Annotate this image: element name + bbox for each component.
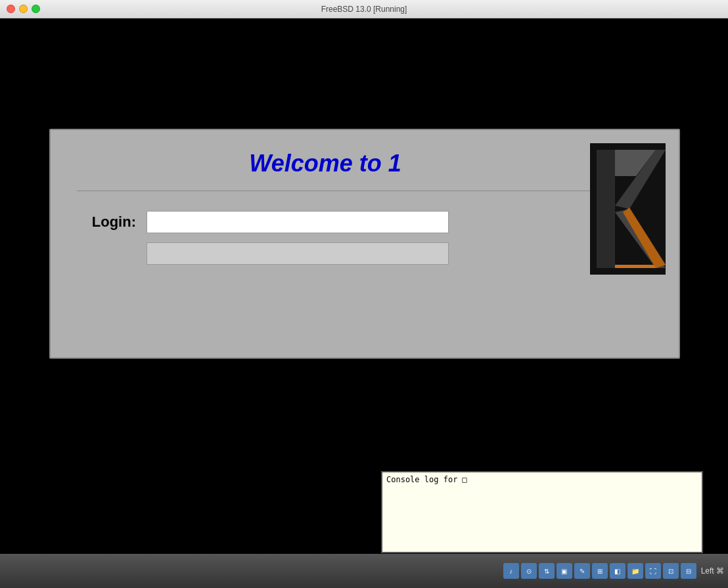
console-text: Console log for □ xyxy=(386,475,467,484)
login-row: Login: xyxy=(77,211,652,233)
welcome-title: Welcome to 1 xyxy=(77,150,652,177)
login-label: Login: xyxy=(77,214,136,231)
minimize-button[interactable] xyxy=(19,5,28,13)
window-title: FreeBSD 13.0 [Running] xyxy=(321,5,407,14)
window-controls xyxy=(7,5,40,13)
display-icon[interactable]: ▣ xyxy=(557,563,572,579)
password-row xyxy=(77,242,652,265)
svg-marker-1 xyxy=(597,150,615,268)
login-input[interactable] xyxy=(147,211,449,233)
fullscreen-icon[interactable]: ⛶ xyxy=(645,563,661,579)
maximize-button[interactable] xyxy=(32,5,40,13)
taskbar-label: Left ⌘ xyxy=(701,566,724,576)
separator xyxy=(77,191,652,191)
taskbar: ♪ ⊙ ⇅ ▣ ✎ ⊞ ◧ 📁 ⛶ ⊡ ⊟ Left ⌘ xyxy=(0,554,728,588)
mouse-icon[interactable]: ⊙ xyxy=(521,563,537,579)
label-icon[interactable]: ⊟ xyxy=(681,563,696,579)
close-button[interactable] xyxy=(7,5,15,13)
network-icon[interactable]: ⇅ xyxy=(539,563,555,579)
title-bar: FreeBSD 13.0 [Running] xyxy=(0,0,728,18)
login-dialog: Welcome to 1 Login: xyxy=(49,129,680,359)
logo-area xyxy=(590,143,666,275)
snapshot-icon[interactable]: ◧ xyxy=(610,563,626,579)
shared-folder-icon[interactable]: 📁 xyxy=(627,563,643,579)
audio-icon[interactable]: ♪ xyxy=(503,563,519,579)
console-window: Console log for □ xyxy=(381,471,703,553)
vm-area: Welcome to 1 Login: Console log for □ xyxy=(0,18,728,588)
edit-icon[interactable]: ✎ xyxy=(574,563,590,579)
password-input[interactable] xyxy=(147,242,449,265)
vm-icon[interactable]: ⊞ xyxy=(592,563,608,579)
preview-icon[interactable]: ⊡ xyxy=(663,563,679,579)
